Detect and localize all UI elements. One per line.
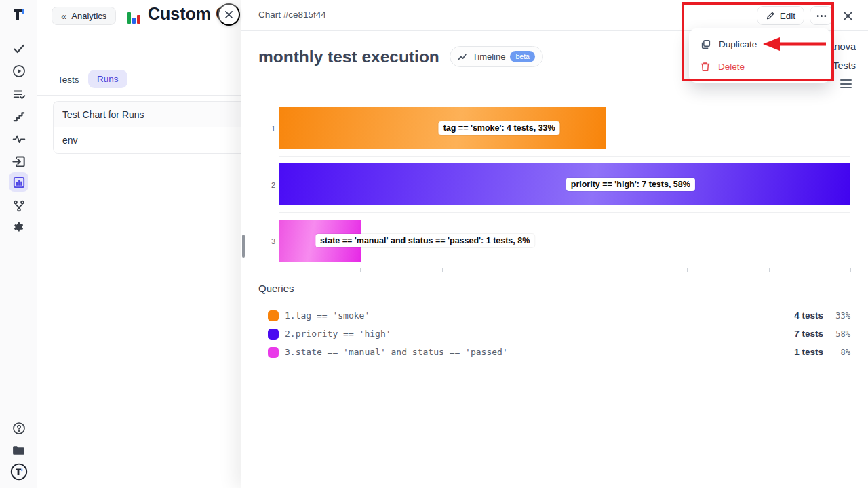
legend-percent-value: 8%	[823, 348, 850, 357]
legend-index: 2.	[285, 329, 296, 339]
drawer-close-button[interactable]	[842, 9, 854, 22]
close-icon	[843, 11, 853, 21]
runs-play-icon[interactable]	[12, 64, 26, 79]
tests-count-text-partial: Tests	[833, 60, 856, 71]
queries-heading: Queries	[258, 283, 294, 294]
bar-data-label: state == 'manual' and status == 'passed'…	[315, 234, 534, 247]
legend-query: priority == 'high'	[296, 329, 391, 339]
row-index-label: 1	[266, 125, 275, 133]
axis-tick	[360, 268, 361, 272]
legend-row: 1. tag == 'smoke' 4 tests 33%	[268, 306, 850, 325]
axis-ticks	[279, 268, 850, 272]
legend-tests-value: 4 tests	[783, 310, 823, 321]
profile-logo-icon[interactable]	[10, 463, 28, 481]
edit-button-label: Edit	[780, 11, 795, 21]
colorful-chart-icon	[127, 7, 144, 24]
chevron-double-left-icon: «	[61, 10, 66, 22]
menu-item-duplicate[interactable]: Duplicate	[689, 33, 831, 56]
close-icon	[224, 10, 233, 19]
ellipsis-icon	[816, 14, 827, 18]
axis-tick	[442, 268, 443, 272]
pulse-icon[interactable]	[12, 131, 26, 146]
steps-icon[interactable]	[12, 109, 26, 124]
branch-icon[interactable]	[12, 199, 26, 214]
chart-row: 3state == 'manual' and status == 'passed…	[279, 212, 850, 268]
author-text-partial: anova	[829, 41, 856, 52]
options-dropdown-menu: Duplicate Delete	[689, 28, 831, 83]
plans-list-check-icon[interactable]	[12, 87, 26, 102]
legend-query: tag == 'smoke'	[296, 310, 370, 321]
tests-check-icon[interactable]	[12, 41, 26, 56]
bar-chart: 1tag == 'smoke': 4 tests, 33%2priority =…	[279, 100, 850, 268]
chart-list: Test Chart for Runs env	[53, 101, 241, 154]
import-icon[interactable]	[11, 154, 26, 169]
axis-tick	[606, 268, 606, 272]
duplicate-icon	[700, 39, 711, 50]
back-button-label: Analytics	[71, 11, 106, 21]
pencil-icon	[766, 11, 775, 20]
axis-tick	[769, 268, 770, 272]
legend-percent-value: 33%	[823, 311, 850, 321]
legend-tests-value: 1 tests	[783, 347, 823, 357]
analytics-back-button[interactable]: « Analytics	[52, 7, 116, 25]
settings-gear-icon[interactable]	[11, 220, 26, 235]
row-index-label: 3	[266, 237, 275, 245]
axis-tick	[524, 268, 524, 272]
legend-swatch-orange	[268, 310, 279, 321]
timeline-toggle-button[interactable]: Timeline beta	[450, 46, 543, 67]
axis-tick	[687, 268, 688, 272]
chart-id-label: Chart #ce815f44	[258, 9, 326, 20]
edit-button[interactable]: Edit	[757, 6, 804, 25]
legend-row: 2. priority == 'high' 7 tests 58%	[268, 325, 850, 343]
legend-row: 3. state == 'manual' and status == 'pass…	[268, 343, 850, 361]
bar-segment[interactable]	[279, 163, 850, 205]
panel-close-button[interactable]	[218, 3, 240, 26]
legend-swatch-violet	[268, 329, 279, 340]
legend-swatch-magenta	[268, 347, 279, 358]
list-item-test-chart-for-runs[interactable]: Test Chart for Runs	[54, 102, 241, 127]
queries-legend: 1. tag == 'smoke' 4 tests 33% 2. priorit…	[268, 306, 850, 361]
legend-index: 1.	[285, 310, 296, 321]
axis-tick	[279, 268, 279, 272]
folder-icon[interactable]	[11, 443, 26, 458]
bar-data-label: tag == 'smoke': 4 tests, 33%	[439, 121, 560, 135]
hamburger-menu-icon[interactable]	[840, 79, 852, 88]
duplicate-label: Duplicate	[719, 39, 757, 49]
trend-line-icon	[458, 53, 468, 61]
legend-tests-value: 7 tests	[783, 329, 823, 339]
icon-rail	[0, 0, 37, 488]
analytics-panel: « Analytics Custom Ch Tests Runs Test Ch…	[37, 0, 241, 488]
delete-label: Delete	[718, 62, 745, 72]
analytics-chart-icon-active[interactable]	[9, 172, 28, 192]
timeline-label: Timeline	[473, 52, 506, 62]
app-logo-icon[interactable]	[10, 5, 28, 23]
scrollbar-thumb[interactable]	[242, 235, 245, 258]
bar-data-label: priority == 'high': 7 tests, 58%	[566, 178, 695, 191]
chart-title: monthly test execution	[258, 47, 439, 66]
more-options-button[interactable]	[810, 6, 833, 25]
trash-icon	[700, 61, 711, 73]
beta-badge: beta	[510, 51, 534, 62]
menu-item-delete[interactable]: Delete	[689, 56, 831, 78]
legend-query: state == 'manual' and status == 'passed'	[296, 347, 508, 357]
tab-tests[interactable]: Tests	[58, 75, 79, 85]
title-row: monthly test execution Timeline beta	[258, 46, 543, 67]
help-icon[interactable]	[12, 421, 26, 436]
legend-index: 3.	[285, 347, 296, 357]
axis-tick	[850, 268, 851, 272]
row-index-label: 2	[266, 181, 275, 189]
list-item-env[interactable]: env	[54, 127, 241, 153]
legend-percent-value: 58%	[823, 329, 850, 339]
tab-runs-active[interactable]: Runs	[88, 70, 127, 88]
drawer-header: Chart #ce815f44 Edit	[241, 0, 868, 30]
chart-row: 2priority == 'high': 7 tests, 58%	[279, 156, 850, 212]
divider	[37, 95, 241, 96]
chart-row: 1tag == 'smoke': 4 tests, 33%	[279, 100, 850, 156]
